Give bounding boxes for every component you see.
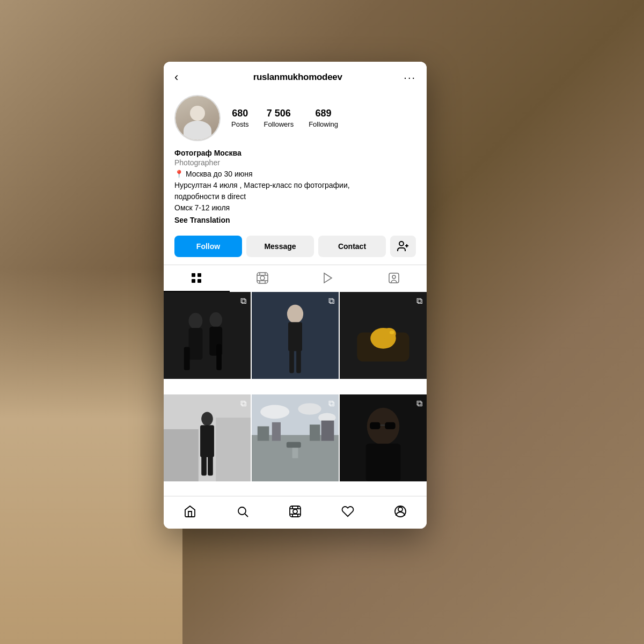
bottom-nav xyxy=(164,496,427,529)
svg-rect-53 xyxy=(287,442,301,448)
followers-count: 7 506 xyxy=(267,108,291,120)
grid-icon xyxy=(190,272,203,284)
svg-point-45 xyxy=(298,403,321,415)
svg-rect-40 xyxy=(201,455,207,475)
play-icon xyxy=(321,272,334,284)
svg-rect-4 xyxy=(197,273,201,277)
location-text: Москва до 30 июня xyxy=(186,170,253,178)
svg-rect-5 xyxy=(192,279,195,283)
photo-grid: ⧉ ⧉ ⧉ xyxy=(164,292,427,496)
message-button[interactable]: Message xyxy=(246,236,314,257)
svg-rect-48 xyxy=(258,426,269,441)
posts-stat[interactable]: 680 Posts xyxy=(231,108,249,129)
stats-row: 680 Posts 7 506 Followers 689 Following xyxy=(231,108,416,129)
following-label: Following xyxy=(309,120,338,128)
svg-point-19 xyxy=(188,313,202,329)
see-translation-button[interactable]: See Translation xyxy=(174,216,230,224)
back-button[interactable]: ‹ xyxy=(174,70,192,84)
photo-2-image xyxy=(252,292,339,379)
svg-rect-16 xyxy=(389,273,399,283)
nav-heart-button[interactable] xyxy=(336,502,360,521)
profile-avatar-icon xyxy=(394,505,407,518)
bio-line4: Омск 7-12 июля xyxy=(174,202,416,214)
svg-rect-62 xyxy=(290,506,301,517)
svg-rect-3 xyxy=(192,273,195,277)
svg-marker-15 xyxy=(324,273,332,283)
home-icon xyxy=(184,505,196,518)
svg-rect-20 xyxy=(188,328,202,360)
followers-label: Followers xyxy=(264,120,294,128)
following-count: 689 xyxy=(316,108,332,120)
bio-location: 📍 Москва до 30 июня xyxy=(174,169,416,180)
grid-item-6[interactable]: ⧉ xyxy=(340,394,427,481)
svg-rect-39 xyxy=(200,425,214,457)
profile-top-row: 680 Posts 7 506 Followers 689 Following xyxy=(174,95,416,141)
grid-item-3[interactable]: ⧉ xyxy=(340,292,427,379)
posts-count: 680 xyxy=(232,108,248,120)
svg-rect-52 xyxy=(292,447,298,458)
add-friend-button[interactable] xyxy=(390,236,416,257)
nav-home-button[interactable] xyxy=(178,502,202,521)
tabs-row xyxy=(164,265,427,292)
multi-post-icon-1: ⧉ xyxy=(240,296,246,306)
display-name: Фотограф Москва xyxy=(174,149,416,157)
svg-rect-49 xyxy=(272,422,281,441)
grid-item-5[interactable]: ⧉ xyxy=(252,394,339,481)
heart-icon xyxy=(341,505,354,518)
nav-reels-button[interactable] xyxy=(283,502,307,521)
svg-point-26 xyxy=(287,305,303,324)
bio-section: Фотограф Москва Photographer 📍 Москва до… xyxy=(164,149,427,231)
svg-point-0 xyxy=(399,241,404,246)
svg-rect-36 xyxy=(164,429,199,481)
vase-area xyxy=(0,268,182,644)
nav-search-button[interactable] xyxy=(231,502,254,521)
svg-rect-50 xyxy=(310,425,320,441)
svg-rect-27 xyxy=(288,322,302,351)
bio-line3: подробности в direct xyxy=(174,191,416,202)
multi-post-icon-3: ⧉ xyxy=(416,296,422,306)
avatar-image xyxy=(175,96,219,140)
following-stat[interactable]: 689 Following xyxy=(309,108,338,129)
action-buttons-row: Follow Message Contact xyxy=(164,231,427,265)
posts-label: Posts xyxy=(231,120,249,128)
svg-rect-29 xyxy=(296,350,301,373)
multi-post-icon-2: ⧉ xyxy=(328,296,334,306)
bio-line2: Нурсултан 4 июля , Мастер-класс по фотог… xyxy=(174,180,416,191)
svg-rect-21 xyxy=(184,347,190,370)
avatar[interactable] xyxy=(174,95,221,141)
search-icon xyxy=(236,505,249,518)
tab-reels-preview[interactable] xyxy=(230,265,296,292)
followers-stat[interactable]: 7 506 Followers xyxy=(264,108,294,129)
add-person-icon xyxy=(397,240,409,253)
svg-point-22 xyxy=(209,312,222,327)
reels-preview-icon xyxy=(256,272,269,284)
tagged-icon xyxy=(387,272,400,284)
more-options-button[interactable]: ··· xyxy=(404,71,416,84)
tab-tagged[interactable] xyxy=(361,265,427,292)
svg-rect-24 xyxy=(216,344,222,370)
svg-rect-6 xyxy=(197,279,201,283)
svg-point-33 xyxy=(382,328,396,340)
photo-1-image xyxy=(164,292,251,379)
multi-post-icon-5: ⧉ xyxy=(328,399,334,408)
occupation-text: Photographer xyxy=(174,158,416,167)
grid-item-1[interactable]: ⧉ xyxy=(164,292,251,379)
follow-button[interactable]: Follow xyxy=(174,236,242,257)
tab-grid[interactable] xyxy=(164,265,230,292)
svg-rect-41 xyxy=(208,455,213,475)
tab-play[interactable] xyxy=(295,265,361,292)
photo-6-image xyxy=(340,394,427,481)
photo-5-image xyxy=(252,394,339,481)
svg-rect-28 xyxy=(289,350,294,373)
svg-rect-57 xyxy=(385,422,395,429)
svg-point-60 xyxy=(238,507,246,515)
nav-profile-button[interactable] xyxy=(389,502,412,521)
phone-frame: ‹ ruslanmukhomodeev ··· 680 Posts 7 506 … xyxy=(164,62,427,529)
svg-line-61 xyxy=(245,514,248,517)
contact-button[interactable]: Contact xyxy=(318,236,386,257)
grid-item-2[interactable]: ⧉ xyxy=(252,292,339,379)
grid-item-4[interactable]: ⧉ xyxy=(164,394,251,481)
photo-4-image xyxy=(164,394,251,481)
profile-section: 680 Posts 7 506 Followers 689 Following xyxy=(164,91,427,149)
svg-point-44 xyxy=(260,405,289,419)
